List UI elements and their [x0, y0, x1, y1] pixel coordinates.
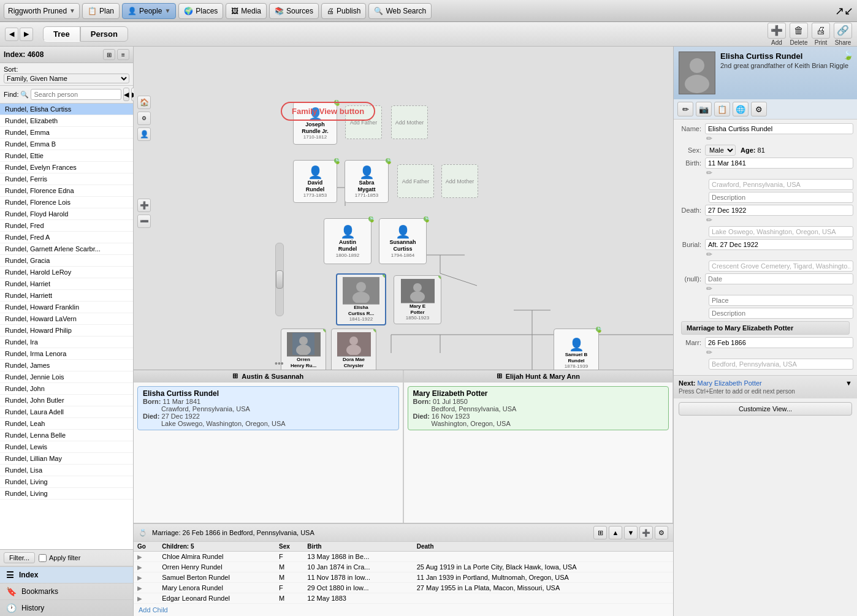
nav-people[interactable]: 👤 People ▼ — [122, 3, 176, 19]
child-row[interactable]: ▶ Edgar Leonard Rundel M 12 May 1883 — [134, 593, 673, 604]
apply-filter-checkbox[interactable] — [39, 554, 47, 562]
zoom-out-btn[interactable]: ➖ — [137, 215, 151, 228]
person-list-item[interactable]: Rundel, Ettie — [0, 150, 133, 162]
zoom-slider[interactable] — [275, 243, 284, 316]
next-chevron-icon[interactable]: ▼ — [845, 379, 852, 387]
node-add-father-1[interactable]: Add Father — [345, 105, 382, 139]
nav-sources[interactable]: 📚 Sources — [269, 3, 319, 19]
node-add-mother-2[interactable]: Add Mother — [441, 164, 478, 198]
person-list-item[interactable]: Rundel, Harriet — [0, 278, 133, 290]
marriage-header-button[interactable]: Marriage to Mary Elizabeth Potter — [681, 321, 850, 335]
person-list-item[interactable]: Rundel, Harold LeRoy — [0, 267, 133, 278]
child-row[interactable]: ▶ Orren Henry Rundel M 10 Jan 1874 in Cr… — [134, 562, 673, 572]
node-add-father-2[interactable]: Add Father — [397, 164, 434, 198]
person-list-item[interactable]: Rundel, James — [0, 360, 133, 371]
person-list-item[interactable]: Rundel, Ferris — [0, 173, 133, 185]
death-edit-icon[interactable]: ✏ — [706, 216, 712, 224]
birth-edit-icon[interactable]: ✏ — [706, 169, 712, 177]
marriage-action-btn[interactable]: ⚙ — [655, 526, 668, 539]
marriage-edit-btn[interactable]: ⊞ — [593, 526, 607, 539]
null-desc-input[interactable] — [709, 308, 853, 319]
elisha-family-card[interactable]: Elisha Curtiss Rundel Born: 11 Mar 1841 … — [137, 386, 399, 430]
nav-tab-bookmarks[interactable]: 🔖 Bookmarks — [0, 583, 133, 599]
tree-area[interactable]: Family View button 🏠 ⚙ 👤 ➕ ➖ 🍃 👤 JosephR… — [134, 47, 673, 370]
death-date-input[interactable] — [705, 205, 853, 216]
search-input[interactable] — [31, 89, 121, 100]
person-list-item[interactable]: Rundel, Harriett — [0, 290, 133, 302]
nav-extra-btn[interactable]: ↗↙ — [835, 4, 853, 18]
person-list-item[interactable]: Rundel, Laura Adell — [0, 406, 133, 418]
person-list-item[interactable]: Rundel, Living — [0, 476, 133, 488]
action-media-btn[interactable]: 📷 — [696, 102, 712, 116]
marriage-up-btn[interactable]: ▲ — [609, 526, 622, 539]
birth-place-input[interactable] — [709, 179, 853, 190]
node-mary-e[interactable]: 🍃 Mary EPotter 1850-1923 — [394, 275, 441, 324]
index-view-btn1[interactable]: ⊞ — [103, 49, 115, 60]
nav-places[interactable]: 🌍 Places — [178, 3, 223, 19]
name-input[interactable] — [705, 123, 853, 134]
mary-family-card[interactable]: Mary Elizabeth Potter Born: 01 Jul 1850 … — [408, 386, 669, 430]
child-go-btn[interactable]: ▶ — [134, 583, 158, 593]
person-list-item[interactable]: Rundel, Elisha Curtiss — [0, 104, 133, 115]
person-list-item[interactable]: Rundel, Gracia — [0, 255, 133, 267]
node-sabra[interactable]: 🍃 👤 SabraMygatt 1771-1853 — [345, 160, 389, 203]
burial-date-input[interactable] — [705, 239, 853, 250]
node-add-mother-1[interactable]: Add Mother — [391, 105, 428, 139]
person-list-item[interactable]: Rundel, Lewis — [0, 441, 133, 453]
action-more-btn[interactable]: ⚙ — [751, 102, 767, 116]
null-place-input[interactable] — [709, 295, 853, 306]
back-button[interactable]: ◀ — [5, 28, 18, 41]
child-row[interactable]: ▶ Chloe Almira Rundel F 13 May 1868 in B… — [134, 552, 673, 562]
name-edit-icon[interactable]: ✏ — [706, 134, 712, 143]
child-go-btn[interactable]: ▶ — [134, 572, 158, 583]
person-icon-btn[interactable]: 👤 — [137, 127, 151, 141]
zoom-in-btn[interactable]: ➕ — [137, 199, 151, 212]
tab-person[interactable]: Person — [80, 26, 128, 42]
person-list-item[interactable]: Rundel, Lenna Belle — [0, 430, 133, 441]
person-list-item[interactable]: Rundel, Florence Edna — [0, 185, 133, 197]
share-button[interactable]: 🔗 Share — [834, 23, 852, 46]
nav-tab-history[interactable]: 🕐 History — [0, 599, 133, 616]
burial-place-input[interactable] — [709, 260, 853, 272]
next-person-link[interactable]: Mary Elizabeth Potter — [698, 379, 762, 387]
marriage-add-btn[interactable]: ➕ — [639, 526, 653, 539]
database-dropdown[interactable]: Riggworth Pruned ▼ — [4, 3, 80, 19]
tab-tree[interactable]: Tree — [43, 26, 80, 42]
child-go-btn[interactable]: ▶ — [134, 562, 158, 572]
person-list-item[interactable]: Rundel, Florence Lois — [0, 197, 133, 208]
node-susannah[interactable]: 🍃 👤 SusannahCurtiss 1794-1864 — [379, 218, 427, 264]
person-list-item[interactable]: Rundel, Emma — [0, 127, 133, 139]
node-dora[interactable]: 🍃 Dora MaeChrysler 1873-1947 — [331, 329, 376, 370]
node-elisha[interactable]: 🍃 ElishaCurtiss R... 1841-1922 — [336, 273, 386, 325]
person-list-item[interactable]: Rundel, Howard LaVern — [0, 313, 133, 325]
delete-button[interactable]: 🗑 Delete — [790, 23, 808, 46]
birth-desc-input[interactable] — [709, 192, 853, 203]
child-go-btn[interactable]: ▶ — [134, 552, 158, 562]
person-list-item[interactable]: Rundel, Howard Franklin — [0, 302, 133, 313]
nav-media[interactable]: 🖼 Media — [226, 3, 267, 19]
marr-place-input[interactable] — [709, 359, 853, 370]
person-list-item[interactable]: Rundel, Fred — [0, 220, 133, 232]
burial-edit-icon[interactable]: ✏ — [706, 250, 712, 259]
nav-plan[interactable]: 📋 Plan — [82, 3, 120, 19]
person-list-item[interactable]: Rundel, Jennie Lois — [0, 371, 133, 383]
birth-date-input[interactable] — [705, 158, 853, 169]
find-prev[interactable]: ◀ — [123, 88, 129, 101]
marr-date-input[interactable] — [705, 337, 853, 348]
person-list-item[interactable]: Rundel, Ira — [0, 337, 133, 348]
node-samuel[interactable]: 🍃 👤 Samuel BRundel 1878-1939 — [554, 329, 599, 370]
nav-publish[interactable]: 🖨 Publish — [321, 3, 366, 19]
person-list-item[interactable]: Rundel, Leah — [0, 418, 133, 430]
person-list-item[interactable]: Rundel, John — [0, 383, 133, 395]
person-list-item[interactable]: Rundel, John Butler — [0, 395, 133, 406]
customize-view-button[interactable]: Customize View... — [679, 402, 852, 416]
person-list-item[interactable]: Rundel, Evelyn Frances — [0, 162, 133, 173]
node-joseph[interactable]: 🍃 👤 JosephRundle Jr. 1710-1812 — [293, 102, 337, 145]
zoom-btn[interactable]: ⚙ — [137, 112, 151, 125]
person-list-item[interactable]: Rundel, Living — [0, 488, 133, 500]
action-edit-btn[interactable]: ✏ — [677, 102, 693, 116]
home-btn[interactable]: 🏠 — [137, 96, 151, 109]
null-edit-icon[interactable]: ✏ — [706, 284, 712, 293]
person-list-item[interactable]: Rundel, Fred A — [0, 232, 133, 243]
death-place-input[interactable] — [709, 226, 853, 237]
